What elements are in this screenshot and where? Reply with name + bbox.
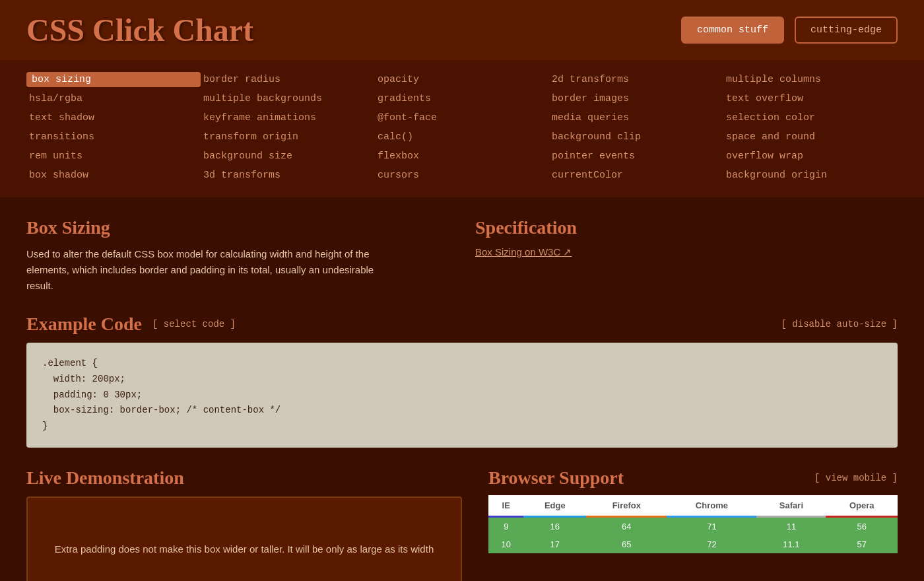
browser-cell: 64 bbox=[586, 516, 667, 535]
nav-item-flexbox[interactable]: flexbox bbox=[375, 149, 549, 164]
header: CSS Click Chart common stuff cutting-edg… bbox=[0, 0, 924, 60]
browser-cell: 17 bbox=[523, 535, 586, 553]
nav-item-hsla/rgba[interactable]: hsla/rgba bbox=[26, 91, 201, 106]
example-code-title: Example Code bbox=[26, 314, 142, 335]
example-code-left: Example Code [ select code ] bbox=[26, 314, 236, 335]
feature-title: Box Sizing bbox=[26, 217, 449, 238]
nav-item-border-images[interactable]: border images bbox=[549, 91, 723, 106]
nav-item-pointer-events[interactable]: pointer events bbox=[549, 149, 723, 164]
nav-item-background-clip[interactable]: background clip bbox=[549, 129, 723, 145]
demo-text: Extra padding does not make this box wid… bbox=[55, 541, 434, 557]
nav-item-border-radius[interactable]: border radius bbox=[201, 72, 375, 87]
nav-item-transform-origin[interactable]: transform origin bbox=[201, 129, 375, 145]
browser-cell: 11.1 bbox=[756, 535, 826, 553]
nav-item-2d-transforms[interactable]: 2d transforms bbox=[549, 72, 723, 87]
browser-support-header: Browser Support [ view mobile ] bbox=[488, 467, 898, 489]
spec-link[interactable]: Box Sizing on W3C ↗ bbox=[475, 246, 572, 257]
browser-cell: 65 bbox=[586, 535, 667, 553]
browser-cell: 9 bbox=[488, 516, 523, 535]
nav-item-text-shadow[interactable]: text shadow bbox=[26, 110, 201, 125]
nav-item-keyframe-animations[interactable]: keyframe animations bbox=[201, 110, 375, 125]
nav-item-transitions[interactable]: transitions bbox=[26, 129, 201, 145]
code-content: .element { width: 200px; padding: 0 30px… bbox=[42, 356, 882, 434]
select-code-link[interactable]: [ select code ] bbox=[152, 319, 236, 329]
bottom-row: Live Demonstration Extra padding does no… bbox=[26, 467, 898, 581]
browser-support-title: Browser Support bbox=[488, 467, 624, 489]
nav-item-background-size[interactable]: background size bbox=[201, 149, 375, 164]
nav-item-media-queries[interactable]: media queries bbox=[549, 110, 723, 125]
info-row: Box Sizing Used to alter the default CSS… bbox=[26, 217, 898, 294]
nav-item-3d-transforms[interactable]: 3d transforms bbox=[201, 168, 375, 183]
nav-item-currentColor[interactable]: currentColor bbox=[549, 168, 723, 183]
browser-cell: 71 bbox=[667, 516, 756, 535]
specification-column: Specification Box Sizing on W3C ↗ bbox=[475, 217, 898, 294]
browser-cell: 10 bbox=[488, 535, 523, 553]
nav-item-box-shadow[interactable]: box shadow bbox=[26, 168, 201, 183]
site-title: CSS Click Chart bbox=[26, 12, 253, 48]
feature-description: Used to alter the default CSS box model … bbox=[26, 246, 396, 294]
browser-support-column: Browser Support [ view mobile ] IE Edge … bbox=[488, 467, 898, 581]
nav-item-calc()[interactable]: calc() bbox=[375, 129, 549, 145]
disable-auto-size-link[interactable]: [ disable auto-size ] bbox=[781, 319, 898, 329]
nav-item-space-and-round[interactable]: space and round bbox=[723, 129, 898, 145]
browser-cell: 72 bbox=[667, 535, 756, 553]
nav-item-box-sizing[interactable]: box sizing bbox=[26, 72, 201, 87]
nav-item-rem-units[interactable]: rem units bbox=[26, 149, 201, 164]
browser-header-opera: Opera bbox=[826, 495, 898, 517]
browser-header-edge: Edge bbox=[523, 495, 586, 517]
browser-cell: 56 bbox=[826, 516, 898, 535]
code-block: .element { width: 200px; padding: 0 30px… bbox=[26, 343, 898, 448]
live-demo-column: Live Demonstration Extra padding does no… bbox=[26, 467, 462, 581]
cutting-edge-button[interactable]: cutting-edge bbox=[795, 17, 898, 44]
nav-item-text-overflow[interactable]: text overflow bbox=[723, 91, 898, 106]
nav-item-background-origin[interactable]: background origin bbox=[723, 168, 898, 183]
description-column: Box Sizing Used to alter the default CSS… bbox=[26, 217, 449, 294]
nav-item-gradients[interactable]: gradients bbox=[375, 91, 549, 106]
view-mobile-link[interactable]: [ view mobile ] bbox=[814, 473, 898, 483]
nav-item-cursors[interactable]: cursors bbox=[375, 168, 549, 183]
example-code-header: Example Code [ select code ] [ disable a… bbox=[26, 314, 898, 335]
nav-item-overflow-wrap[interactable]: overflow wrap bbox=[723, 149, 898, 164]
browser-cell: 11 bbox=[756, 516, 826, 535]
common-stuff-button[interactable]: common stuff bbox=[681, 17, 784, 44]
nav-item-multiple-columns[interactable]: multiple columns bbox=[723, 72, 898, 87]
browser-cell: 16 bbox=[523, 516, 586, 535]
browser-header-firefox: Firefox bbox=[586, 495, 667, 517]
browser-header-chrome: Chrome bbox=[667, 495, 756, 517]
spec-title: Specification bbox=[475, 217, 898, 238]
browser-header-ie: IE bbox=[488, 495, 523, 517]
browser-header-safari: Safari bbox=[756, 495, 826, 517]
nav-item-multiple-backgrounds[interactable]: multiple backgrounds bbox=[201, 91, 375, 106]
nav-item-@font-face[interactable]: @font-face bbox=[375, 110, 549, 125]
nav-item-selection-color[interactable]: selection color bbox=[723, 110, 898, 125]
nav-grid: box sizingborder radiusopacity2d transfo… bbox=[0, 60, 924, 197]
live-demo-title: Live Demonstration bbox=[26, 467, 462, 489]
header-buttons: common stuff cutting-edge bbox=[681, 17, 898, 44]
demo-container: Extra padding does not make this box wid… bbox=[26, 496, 462, 581]
browser-cell: 57 bbox=[826, 535, 898, 553]
main-content: Box Sizing Used to alter the default CSS… bbox=[0, 197, 924, 581]
browser-support-table: IE Edge Firefox Chrome Safari Opera 9166… bbox=[488, 495, 898, 553]
nav-item-opacity[interactable]: opacity bbox=[375, 72, 549, 87]
